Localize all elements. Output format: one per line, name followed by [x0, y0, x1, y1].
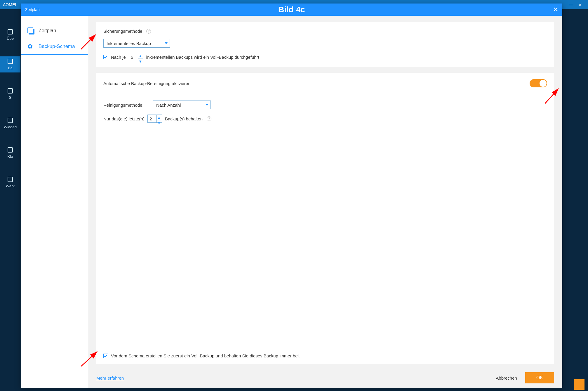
tab-schedule[interactable]: Zeitplan	[21, 23, 88, 39]
schedule-icon	[27, 27, 34, 34]
spin-down-icon[interactable]: ▾	[138, 59, 143, 64]
nav-item-4[interactable]: Klo	[0, 145, 20, 161]
dialog-header: Zeitplan Bild 4c ✕	[21, 4, 562, 16]
panel-auto-cleanup: Automatische Backup-Bereinigung aktivier…	[96, 73, 554, 364]
after-each-pre: Nach je	[111, 55, 126, 60]
dropdown-arrow-icon	[162, 39, 170, 47]
cleanup-method-label: Reinigungsmethode:	[103, 103, 150, 108]
nav-item-3[interactable]: Wiederl	[0, 115, 20, 132]
backup-method-label: Sicherungsmethode	[103, 29, 142, 34]
cleanup-method-select[interactable]: Nach Anzahl	[153, 101, 211, 109]
after-each-count: 6	[129, 53, 138, 61]
spin-up-icon[interactable]: ▴	[157, 115, 162, 120]
nav-item-5[interactable]: Werk	[0, 174, 20, 191]
tab-backup-schema[interactable]: ✿ Backup-Schema	[21, 39, 88, 55]
cleanup-method-value: Nach Anzahl	[153, 101, 203, 109]
ok-button[interactable]: OK	[525, 372, 554, 383]
backup-method-value: Inkrementelles Backup	[104, 39, 162, 47]
keep-pre: Nur das(die) letzte(n)	[103, 116, 145, 121]
schedule-dialog: Zeitplan Bild 4c ✕ Zeitplan ✿ Backup-Sch…	[21, 4, 562, 388]
dialog-tabs: Zeitplan ✿ Backup-Schema	[21, 16, 88, 388]
gear-icon: ✿	[27, 43, 34, 50]
auto-cleanup-toggle[interactable]	[530, 79, 547, 87]
keep-count-spinner[interactable]: 2 ▴▾	[147, 115, 162, 123]
dialog-close-icon[interactable]: ✕	[553, 6, 558, 13]
tab-backup-schema-label: Backup-Schema	[39, 44, 75, 49]
app-sidebar: Übe Ba S Wiederl Klo Werk	[0, 9, 20, 391]
tab-schedule-label: Zeitplan	[39, 28, 56, 34]
preschema-note: Vor dem Schema erstellen Sie zuerst ein …	[111, 353, 300, 358]
auto-cleanup-label: Automatische Backup-Bereinigung aktivier…	[103, 81, 191, 86]
dropdown-arrow-icon	[203, 101, 211, 109]
cancel-button[interactable]: Abbrechen	[496, 376, 517, 380]
dialog-header-left: Zeitplan	[25, 7, 60, 12]
backup-method-select[interactable]: Inkrementelles Backup	[103, 39, 170, 48]
sidebar-accent-block	[574, 379, 584, 390]
nav-item-1[interactable]: Ba	[0, 56, 20, 72]
spin-up-icon[interactable]: ▴	[138, 53, 143, 59]
help-icon[interactable]: ?	[146, 29, 151, 34]
after-each-count-spinner[interactable]: 6 ▴▾	[129, 53, 143, 61]
help-icon[interactable]: ?	[207, 116, 211, 121]
preschema-full-backup-checkbox[interactable]	[103, 354, 108, 358]
dialog-header-title: Bild 4c	[21, 5, 562, 14]
nav-item-2[interactable]: S	[0, 86, 20, 102]
keep-count: 2	[148, 115, 156, 122]
after-each-post: inkrementellen Backups wird ein Voll-Bac…	[146, 55, 259, 60]
keep-post: Backup(s) behalten	[165, 116, 203, 121]
dialog-footer: Mehr erfahren Abbrechen OK	[96, 370, 554, 383]
after-each-checkbox[interactable]	[103, 55, 108, 59]
learn-more-link[interactable]: Mehr erfahren	[96, 376, 124, 380]
nav-item-0[interactable]: Übe	[0, 27, 20, 43]
window-close-icon[interactable]: ✕	[575, 2, 585, 8]
panel-backup-method: Sicherungsmethode ? Inkrementelles Backu…	[96, 22, 554, 67]
